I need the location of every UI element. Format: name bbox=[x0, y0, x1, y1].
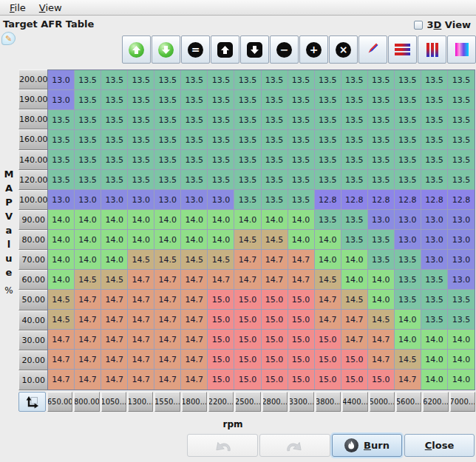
map-row-header-3[interactable]: 160.00 bbox=[18, 129, 49, 149]
afr-cell-r15-c2[interactable]: 14.7 bbox=[101, 370, 128, 390]
afr-cell-r10-c9[interactable]: 14.7 bbox=[288, 270, 315, 290]
afr-cell-r8-c0[interactable]: 14.0 bbox=[48, 230, 75, 250]
afr-cell-r4-c10[interactable]: 13.5 bbox=[315, 150, 341, 170]
afr-cell-r7-c3[interactable]: 14.0 bbox=[128, 210, 154, 230]
afr-cell-r5-c10[interactable]: 13.5 bbox=[315, 170, 341, 190]
afr-cell-r5-c14[interactable]: 13.5 bbox=[421, 170, 448, 190]
afr-cell-r13-c11[interactable]: 14.7 bbox=[341, 330, 368, 350]
rpm-col-header-2[interactable]: 1050... bbox=[101, 392, 126, 412]
afr-cell-r6-c15[interactable]: 12.8 bbox=[448, 190, 475, 210]
afr-cell-r14-c14[interactable]: 14.0 bbox=[421, 350, 448, 370]
afr-cell-r2-c1[interactable]: 13.5 bbox=[75, 110, 101, 130]
afr-cell-r9-c4[interactable]: 14.5 bbox=[154, 250, 181, 270]
afr-cell-r3-c7[interactable]: 13.5 bbox=[234, 130, 261, 150]
afr-cell-r15-c5[interactable]: 14.7 bbox=[181, 370, 208, 390]
afr-cell-r5-c5[interactable]: 13.5 bbox=[181, 170, 208, 190]
afr-cell-r13-c8[interactable]: 15.0 bbox=[262, 330, 288, 350]
afr-cell-r0-c3[interactable]: 13.5 bbox=[128, 70, 154, 90]
afr-cell-r11-c6[interactable]: 15.0 bbox=[208, 290, 234, 310]
afr-cell-r10-c8[interactable]: 14.7 bbox=[262, 270, 288, 290]
afr-cell-r13-c10[interactable]: 15.0 bbox=[315, 330, 341, 350]
view-3d-toggle[interactable]: 3D View bbox=[414, 19, 471, 30]
afr-cell-r7-c14[interactable]: 13.0 bbox=[421, 210, 448, 230]
afr-cell-r13-c5[interactable]: 14.7 bbox=[181, 330, 208, 350]
afr-cell-r11-c13[interactable]: 13.5 bbox=[395, 290, 421, 310]
decrement-button[interactable]: − bbox=[270, 35, 299, 64]
map-row-header-14[interactable]: 20.00 bbox=[18, 350, 49, 370]
shift-up-button[interactable] bbox=[211, 35, 239, 64]
afr-cell-r9-c15[interactable]: 13.0 bbox=[448, 250, 475, 270]
afr-cell-r8-c9[interactable]: 14.0 bbox=[288, 230, 315, 250]
afr-cell-r14-c7[interactable]: 15.0 bbox=[234, 350, 261, 370]
afr-cell-r12-c7[interactable]: 15.0 bbox=[234, 310, 261, 330]
afr-cell-r8-c10[interactable]: 14.0 bbox=[315, 230, 341, 250]
afr-cell-r11-c4[interactable]: 14.7 bbox=[154, 290, 181, 310]
afr-cell-r15-c6[interactable]: 15.0 bbox=[208, 370, 234, 390]
afr-cell-r15-c13[interactable]: 14.7 bbox=[395, 370, 421, 390]
afr-cell-r9-c11[interactable]: 14.0 bbox=[341, 250, 368, 270]
afr-cell-r8-c7[interactable]: 14.5 bbox=[234, 230, 261, 250]
afr-cell-r1-c7[interactable]: 13.5 bbox=[234, 90, 261, 110]
afr-cell-r7-c9[interactable]: 14.0 bbox=[288, 210, 315, 230]
afr-cell-r0-c12[interactable]: 13.5 bbox=[368, 70, 395, 90]
afr-cell-r1-c15[interactable]: 13.5 bbox=[448, 90, 475, 110]
afr-cell-r9-c2[interactable]: 14.0 bbox=[101, 250, 128, 270]
afr-cell-r1-c12[interactable]: 13.5 bbox=[368, 90, 395, 110]
afr-cell-r4-c0[interactable]: 13.5 bbox=[48, 150, 75, 170]
afr-cell-r12-c13[interactable]: 14.0 bbox=[395, 310, 421, 330]
afr-cell-r7-c2[interactable]: 14.0 bbox=[101, 210, 128, 230]
afr-cell-r3-c0[interactable]: 13.5 bbox=[48, 130, 75, 150]
afr-cell-r12-c9[interactable]: 15.0 bbox=[288, 310, 315, 330]
afr-cell-r0-c13[interactable]: 13.5 bbox=[395, 70, 421, 90]
afr-cell-r3-c5[interactable]: 13.5 bbox=[181, 130, 208, 150]
afr-cell-r9-c10[interactable]: 14.0 bbox=[315, 250, 341, 270]
afr-cell-r1-c2[interactable]: 13.5 bbox=[101, 90, 128, 110]
map-row-header-9[interactable]: 70.00 bbox=[18, 250, 49, 270]
interpolate-horizontal-button[interactable] bbox=[388, 35, 417, 64]
afr-cell-r2-c6[interactable]: 13.5 bbox=[208, 110, 234, 130]
afr-cell-r12-c8[interactable]: 15.0 bbox=[262, 310, 288, 330]
afr-cell-r3-c15[interactable]: 13.5 bbox=[448, 130, 475, 150]
afr-cell-r9-c12[interactable]: 13.5 bbox=[368, 250, 395, 270]
afr-cell-r5-c9[interactable]: 13.5 bbox=[288, 170, 315, 190]
afr-cell-r14-c15[interactable]: 14.0 bbox=[448, 350, 475, 370]
afr-cell-r8-c8[interactable]: 14.5 bbox=[262, 230, 288, 250]
afr-cell-r4-c6[interactable]: 13.5 bbox=[208, 150, 234, 170]
afr-cell-r3-c14[interactable]: 13.5 bbox=[421, 130, 448, 150]
afr-cell-r11-c12[interactable]: 14.0 bbox=[368, 290, 395, 310]
afr-cell-r7-c5[interactable]: 14.0 bbox=[181, 210, 208, 230]
rpm-col-header-6[interactable]: 2200... bbox=[208, 392, 234, 412]
afr-cell-r10-c11[interactable]: 14.0 bbox=[341, 270, 368, 290]
afr-cell-r7-c1[interactable]: 14.0 bbox=[75, 210, 101, 230]
afr-cell-r8-c3[interactable]: 14.0 bbox=[128, 230, 154, 250]
afr-cell-r5-c8[interactable]: 13.5 bbox=[262, 170, 288, 190]
afr-cell-r6-c1[interactable]: 13.0 bbox=[75, 190, 101, 210]
afr-cell-r11-c11[interactable]: 14.5 bbox=[341, 290, 368, 310]
rpm-col-header-8[interactable]: 2800... bbox=[262, 392, 288, 412]
afr-cell-r10-c4[interactable]: 14.7 bbox=[154, 270, 181, 290]
map-row-header-11[interactable]: 50.00 bbox=[18, 290, 49, 310]
scale-up-button[interactable] bbox=[122, 35, 151, 64]
afr-cell-r8-c15[interactable]: 13.0 bbox=[448, 230, 475, 250]
afr-cell-r6-c12[interactable]: 12.8 bbox=[368, 190, 395, 210]
afr-cell-r4-c12[interactable]: 13.5 bbox=[368, 150, 395, 170]
afr-cell-r1-c6[interactable]: 13.5 bbox=[208, 90, 234, 110]
afr-cell-r13-c2[interactable]: 14.7 bbox=[101, 330, 128, 350]
afr-cell-r11-c0[interactable]: 14.5 bbox=[48, 290, 75, 310]
afr-cell-r14-c5[interactable]: 14.7 bbox=[181, 350, 208, 370]
afr-cell-r11-c14[interactable]: 13.5 bbox=[421, 290, 448, 310]
afr-cell-r12-c15[interactable]: 13.5 bbox=[448, 310, 475, 330]
interpolate-vertical-button[interactable] bbox=[418, 35, 446, 64]
rpm-col-header-15[interactable]: 7000... bbox=[450, 392, 475, 412]
afr-cell-r7-c10[interactable]: 13.5 bbox=[315, 210, 341, 230]
menu-view[interactable]: View bbox=[33, 1, 69, 14]
afr-cell-r4-c9[interactable]: 13.5 bbox=[288, 150, 315, 170]
afr-cell-r12-c6[interactable]: 15.0 bbox=[208, 310, 234, 330]
edit-pencil-button[interactable] bbox=[358, 35, 387, 64]
axis-swap-button[interactable] bbox=[18, 392, 46, 412]
afr-cell-r6-c8[interactable]: 13.5 bbox=[262, 190, 288, 210]
afr-cell-r13-c4[interactable]: 14.7 bbox=[154, 330, 181, 350]
rpm-col-header-12[interactable]: 5000... bbox=[370, 392, 395, 412]
afr-cell-r4-c1[interactable]: 13.5 bbox=[75, 150, 101, 170]
afr-cell-r9-c13[interactable]: 13.5 bbox=[395, 250, 421, 270]
